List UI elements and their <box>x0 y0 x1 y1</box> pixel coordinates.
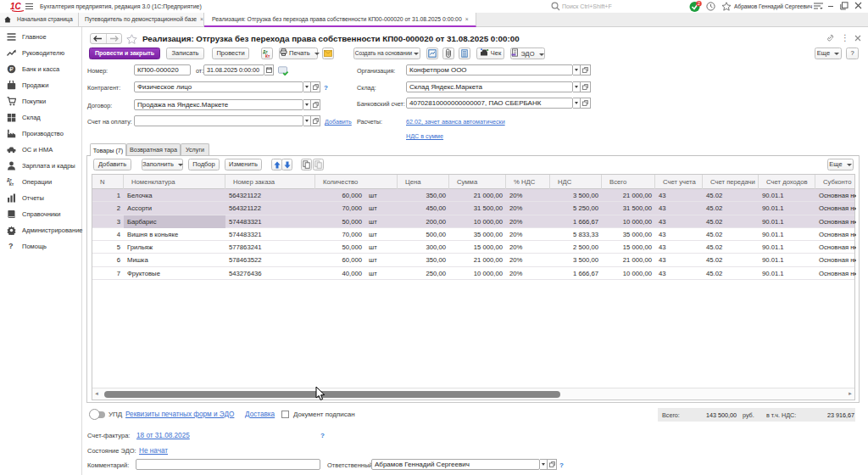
svg-text:₽: ₽ <box>9 65 14 73</box>
svg-text:Кт: Кт <box>9 182 14 187</box>
svg-text:1С: 1С <box>10 2 22 11</box>
svg-text:Кт: Кт <box>265 54 270 59</box>
